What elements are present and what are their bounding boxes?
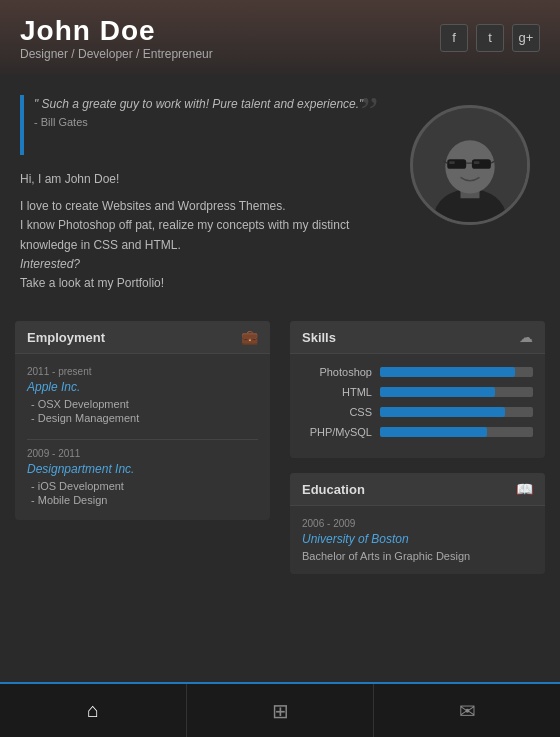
edu-period-1: 2006 - 2009	[302, 518, 533, 529]
bio-text: Hi, I am John Doe! I love to create Webs…	[20, 170, 390, 293]
grid-icon: ⊞	[272, 699, 289, 723]
job-entry-1: 2011 - present Apple Inc. - OSX Developm…	[27, 366, 258, 424]
education-icon: 📖	[516, 481, 533, 497]
header-subtitle: Designer / Developer / Entrepreneur	[20, 47, 440, 61]
education-section: Education 📖 2006 - 2009 University of Bo…	[290, 473, 545, 574]
quote-bar	[20, 95, 24, 155]
main-content: Employment 💼 2011 - present Apple Inc. -…	[0, 311, 560, 599]
skill-bar-fill-photoshop	[380, 367, 515, 377]
edu-institution-1[interactable]: University of Boston	[302, 532, 533, 546]
right-column: Skills ☁ Photoshop HTML	[280, 321, 545, 589]
skill-label-css: CSS	[302, 406, 372, 418]
header-name: John Doe	[20, 15, 440, 47]
skills-header: Skills ☁	[290, 321, 545, 354]
footer-nav: ⌂ ⊞ ✉	[0, 682, 560, 737]
job-period-1: 2011 - present	[27, 366, 258, 377]
facebook-icon[interactable]: f	[440, 24, 468, 52]
header: John Doe Designer / Developer / Entrepre…	[0, 0, 560, 75]
bio-greeting: Hi, I am John Doe!	[20, 170, 390, 189]
quote-text: " Such a greate guy to work with! Pure t…	[34, 95, 363, 131]
skills-title: Skills	[302, 330, 336, 345]
skill-label-phpmysql: PHP/MySQL	[302, 426, 372, 438]
quote-block: " Such a greate guy to work with! Pure t…	[20, 95, 390, 155]
skill-bar-bg-css	[380, 407, 533, 417]
googleplus-icon[interactable]: g+	[512, 24, 540, 52]
skills-body: Photoshop HTML CSS	[290, 354, 545, 458]
employment-icon: 💼	[241, 329, 258, 345]
job-duty-2-2: - Mobile Design	[27, 494, 258, 506]
svg-rect-5	[447, 159, 466, 169]
education-body: 2006 - 2009 University of Boston Bachelo…	[290, 506, 545, 574]
employment-section: Employment 💼 2011 - present Apple Inc. -…	[15, 321, 270, 520]
edu-degree-1: Bachelor of Arts in Graphic Design	[302, 550, 533, 562]
svg-rect-6	[472, 159, 491, 169]
skills-section: Skills ☁ Photoshop HTML	[290, 321, 545, 458]
quote-author: - Bill Gates	[34, 116, 88, 128]
employment-header: Employment 💼	[15, 321, 270, 354]
job-period-2: 2009 - 2011	[27, 448, 258, 459]
skill-phpmysql: PHP/MySQL	[302, 426, 533, 438]
photo-container	[400, 95, 540, 301]
skill-bar-fill-html	[380, 387, 495, 397]
job-company-2[interactable]: Designpartment Inc.	[27, 462, 258, 476]
job-company-1[interactable]: Apple Inc.	[27, 380, 258, 394]
skill-label-html: HTML	[302, 386, 372, 398]
skill-label-photoshop: Photoshop	[302, 366, 372, 378]
svg-rect-10	[449, 161, 455, 164]
job-duty-1-1: - OSX Development	[27, 398, 258, 410]
quote-mark: ”	[356, 81, 378, 141]
skills-icon: ☁	[519, 329, 533, 345]
home-icon: ⌂	[87, 699, 99, 722]
job-separator	[27, 439, 258, 440]
intro-section: " Such a greate guy to work with! Pure t…	[0, 75, 560, 311]
header-text: John Doe Designer / Developer / Entrepre…	[20, 15, 440, 61]
social-icons: f t g+	[440, 24, 540, 52]
skill-html: HTML	[302, 386, 533, 398]
quote-content: " Such a greate guy to work with! Pure t…	[34, 97, 363, 111]
profile-photo	[410, 105, 530, 225]
bio-line1: I love to create Websites and Wordpress …	[20, 197, 390, 293]
education-title: Education	[302, 482, 365, 497]
skill-css: CSS	[302, 406, 533, 418]
nav-home[interactable]: ⌂	[0, 684, 187, 737]
job-duty-1-2: - Design Management	[27, 412, 258, 424]
left-column: Employment 💼 2011 - present Apple Inc. -…	[15, 321, 280, 589]
bio-interested: Interested?	[20, 257, 80, 271]
mail-icon: ✉	[459, 699, 476, 723]
job-entry-2: 2009 - 2011 Designpartment Inc. - iOS De…	[27, 448, 258, 506]
skill-bar-bg-html	[380, 387, 533, 397]
job-duty-2-1: - iOS Development	[27, 480, 258, 492]
education-header: Education 📖	[290, 473, 545, 506]
skill-bar-bg-phpmysql	[380, 427, 533, 437]
employment-title: Employment	[27, 330, 105, 345]
skill-bar-fill-phpmysql	[380, 427, 487, 437]
skill-photoshop: Photoshop	[302, 366, 533, 378]
employment-body: 2011 - present Apple Inc. - OSX Developm…	[15, 354, 270, 520]
skill-bar-bg-photoshop	[380, 367, 533, 377]
nav-contact[interactable]: ✉	[374, 684, 560, 737]
skill-bar-fill-css	[380, 407, 505, 417]
quote-bio: " Such a greate guy to work with! Pure t…	[20, 95, 390, 301]
nav-portfolio[interactable]: ⊞	[187, 684, 374, 737]
twitter-icon[interactable]: t	[476, 24, 504, 52]
svg-rect-11	[474, 161, 480, 164]
